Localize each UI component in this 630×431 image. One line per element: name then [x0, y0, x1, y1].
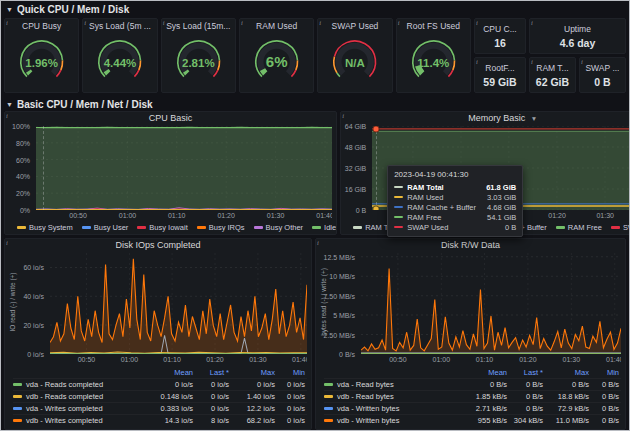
info-icon[interactable]: i — [319, 19, 321, 26]
series-swatch — [324, 383, 333, 386]
y-tick-label: 2.50 MB/s — [323, 331, 355, 338]
legend-item[interactable]: Busy User — [82, 223, 129, 232]
chart-title-cpu-basic[interactable]: CPU Basic — [5, 112, 336, 124]
y-tick-label: 0 B — [356, 207, 367, 214]
chart-title-disk-iops[interactable]: Disk IOps Completed — [5, 239, 311, 251]
info-icon[interactable]: i — [581, 58, 583, 65]
tooltip-value: 0 B — [505, 223, 516, 232]
info-icon[interactable]: i — [317, 239, 319, 246]
info-icon[interactable]: i — [241, 19, 243, 26]
panel-sys-load-15m: i Sys Load (15m... 2.81% — [161, 18, 236, 93]
stat-value: 59 GiB — [483, 76, 516, 88]
x-tick-label: 01:20 — [548, 212, 566, 219]
legend-item[interactable]: Idle — [312, 223, 336, 232]
series-name[interactable]: vdb - Writes completed — [13, 416, 137, 425]
panel-uptime: i Uptime 4.6 day — [529, 18, 626, 54]
series-name[interactable]: vda - Read bytes — [324, 380, 451, 389]
x-tick-label: 01:20 — [206, 356, 224, 363]
column-header[interactable]: Mean — [451, 368, 507, 377]
chart-title-text: Disk IOps Completed — [115, 240, 200, 250]
series-value: 0 io/s — [193, 404, 229, 413]
column-header[interactable]: Last * — [193, 368, 229, 377]
info-icon[interactable]: i — [6, 239, 8, 246]
tooltip-swatch — [394, 216, 403, 219]
panel-title[interactable]: RAM T... — [536, 62, 568, 73]
legend-item[interactable]: Busy System — [17, 223, 73, 232]
column-header[interactable]: Max — [229, 368, 275, 377]
row-header-basic[interactable]: ▼ Basic CPU / Mem / Net / Disk — [1, 96, 629, 111]
series-name[interactable]: vda - Written bytes — [324, 404, 451, 413]
cpu-basic-plot[interactable] — [36, 126, 332, 210]
x-tick-label: 01:10 — [163, 356, 181, 363]
info-icon[interactable]: i — [6, 19, 8, 26]
series-value: 8 io/s — [193, 416, 229, 425]
row-header-quick[interactable]: ▼ Quick CPU / Mem / Disk — [1, 1, 629, 16]
tooltip-value: 3.03 GiB — [487, 193, 516, 202]
x-tick-label: 00:50 — [78, 356, 96, 363]
chart-title-memory-basic[interactable]: Memory Basic ▼ — [341, 112, 630, 124]
info-icon[interactable]: i — [476, 19, 478, 26]
stat-value: 16 — [494, 37, 506, 49]
panel-title[interactable]: RootF... — [485, 62, 514, 73]
series-name[interactable]: vdb - Reads completed — [13, 392, 137, 401]
panel-memory-basic: i Memory Basic ▼ 64 GiB48 GiB32 GiB16 Gi… — [340, 111, 630, 235]
panel-title[interactable]: CPU C... — [483, 23, 517, 34]
legend-swatch — [82, 226, 91, 229]
column-header[interactable]: Min — [275, 368, 307, 377]
x-tick-label: 01:30 — [249, 356, 267, 363]
table-row: vda - Written bytes2.71 kB/s0 B/s72.9 kB… — [324, 402, 621, 414]
stats-block: i CPU C... 16 i Uptime 4.6 day i RootF..… — [474, 18, 626, 93]
tooltip-value: 54.1 GiB — [487, 213, 516, 222]
grafana-dashboard: ▼ Quick CPU / Mem / Disk i CPU Busy 1.96… — [0, 0, 630, 431]
info-icon[interactable]: i — [6, 112, 8, 119]
series-value: 0 io/s — [275, 380, 307, 389]
disk-rw-table: MeanLast *MaxMinvda - Read bytes0 B/s0 B… — [316, 365, 625, 429]
info-icon[interactable]: i — [163, 19, 165, 26]
gauge-value: 1.96% — [5, 57, 78, 69]
y-tick-label: 64 GiB — [345, 123, 366, 130]
cpu-basic-legend: Busy SystemBusy UserBusy IowaitBusy IRQs… — [5, 221, 336, 234]
info-icon[interactable]: i — [398, 19, 400, 26]
column-header[interactable]: Mean — [137, 368, 193, 377]
info-icon[interactable]: i — [531, 58, 533, 65]
series-name[interactable]: vda - Writes completed — [13, 404, 137, 413]
series-value: 0 B/s — [589, 380, 621, 389]
chart-title-disk-rw[interactable]: Disk R/W Data — [316, 239, 625, 251]
chart-title-text: CPU Basic — [149, 113, 193, 123]
disk-iops-plot[interactable] — [50, 253, 307, 354]
legend-item[interactable]: Busy Other — [254, 223, 304, 232]
legend-item[interactable]: RAM Free — [556, 223, 602, 232]
series-value: 12.2 io/s — [229, 404, 275, 413]
series-name[interactable]: vdb - Written bytes — [324, 416, 451, 425]
disk-charts-row: i Disk IOps Completed IO read (-) / writ… — [4, 238, 626, 430]
info-icon[interactable]: i — [531, 19, 533, 26]
y-tick-label: 20 io/s — [23, 322, 44, 329]
panel-title[interactable]: Uptime — [564, 23, 591, 34]
series-label: vda - Written bytes — [337, 404, 399, 413]
crosshair-line — [43, 126, 44, 210]
column-header[interactable]: Last * — [507, 368, 543, 377]
column-header[interactable]: Max — [543, 368, 589, 377]
info-icon[interactable]: i — [476, 58, 478, 65]
legend-item[interactable]: Busy IRQs — [197, 223, 245, 232]
column-header[interactable]: Min — [589, 368, 621, 377]
y-tick-label: 10 MB/s — [329, 273, 355, 280]
series-value: 68.2 io/s — [229, 416, 275, 425]
info-icon[interactable]: i — [84, 19, 86, 26]
series-value: 0 io/s — [275, 392, 307, 401]
info-icon[interactable]: i — [342, 112, 344, 119]
legend-swatch — [556, 226, 565, 229]
series-label: vdb - Read bytes — [337, 392, 394, 401]
disk-rw-plot[interactable] — [361, 253, 621, 354]
legend-swatch — [197, 226, 206, 229]
legend-item[interactable]: Busy Iowait — [137, 223, 187, 232]
stat-value: 62 GiB — [536, 76, 569, 88]
series-value: 11.0 MB/s — [543, 416, 589, 425]
x-tick-label: 01:30 — [596, 212, 614, 219]
legend-item[interactable]: SWAP Used — [611, 223, 630, 232]
series-name[interactable]: vdb - Read bytes — [324, 392, 451, 401]
panel-title[interactable]: SWAP ... — [585, 62, 619, 73]
legend-table-header: MeanLast *MaxMin — [324, 367, 621, 378]
series-value: 0 B/s — [589, 416, 621, 425]
series-name[interactable]: vda - Reads completed — [13, 380, 137, 389]
